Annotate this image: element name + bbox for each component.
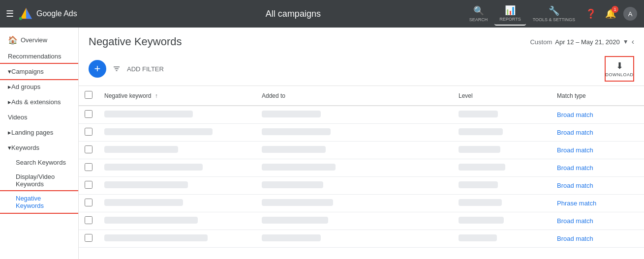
add-button[interactable]: +: [89, 60, 106, 78]
sidebar-item-landing-pages[interactable]: ▸ Landing pages: [0, 125, 78, 140]
row-keyword-cell: [98, 195, 256, 212]
sidebar-item-keywords[interactable]: ▾ Keywords: [0, 140, 78, 155]
sidebar-adgroups-label: Ad groups: [11, 83, 40, 90]
row-level-cell: [453, 177, 551, 195]
search-nav-button[interactable]: 🔍 SEARCH: [464, 2, 493, 25]
keyword-value-0: [104, 111, 193, 117]
keyword-value-6: [104, 217, 198, 224]
row-level-cell: [453, 142, 551, 159]
page-title: Negative Keywords: [89, 35, 182, 48]
table-row: Broad match: [79, 177, 644, 195]
table-row: Broad match: [79, 212, 644, 230]
match-type-value-2: Broad match: [557, 146, 593, 154]
reports-nav-icon: 📊: [505, 5, 516, 16]
sidebar-item-videos[interactable]: Videos: [0, 110, 78, 125]
help-button[interactable]: ❓: [582, 5, 600, 23]
ads-expand-icon: ▸: [8, 98, 11, 106]
sidebar-item-campaigns[interactable]: ▾ Campaigns: [0, 64, 78, 79]
filter-icon[interactable]: [112, 64, 121, 73]
row-match-type-cell: Phrase match: [551, 195, 644, 212]
add-filter-label[interactable]: ADD FILTER: [127, 65, 164, 73]
sidebar-item-search-keywords[interactable]: Search Keywords: [0, 155, 78, 170]
table-row: Broad match: [79, 106, 644, 124]
download-icon: ⬇: [616, 60, 623, 71]
google-ads-logo-icon: [19, 6, 33, 21]
row-keyword-cell: [98, 124, 256, 142]
row-checkbox-cell: [79, 142, 98, 159]
tools-settings-nav-button[interactable]: 🔧 TOOLS & SETTINGS: [528, 2, 580, 25]
row-checkbox-3[interactable]: [85, 163, 92, 171]
download-button[interactable]: ⬇ DOWNLOAD: [605, 56, 634, 82]
sidebar-item-display-video-keywords[interactable]: Display/Video Keywords: [0, 170, 78, 191]
table-container: Negative keyword ↑ Added to Level Match …: [79, 86, 644, 259]
row-added-cell: [256, 212, 453, 230]
notifications-button[interactable]: 🔔 1: [602, 5, 619, 23]
sidebar-item-ads-extensions[interactable]: ▸ Ads & extensions: [0, 94, 78, 110]
row-checkbox-cell: [79, 177, 98, 195]
added-col-label: Added to: [262, 92, 285, 99]
row-level-cell: [453, 159, 551, 177]
added-value-2: [262, 146, 326, 153]
keyword-value-3: [104, 164, 203, 171]
header-level-col: Level: [453, 86, 551, 106]
row-level-cell: [453, 195, 551, 212]
keyword-value-7: [104, 234, 208, 241]
match-type-value-4: Broad match: [557, 182, 593, 189]
header-added-col: Added to: [256, 86, 453, 106]
sidebar-item-negative-keywords[interactable]: Negative Keywords: [0, 191, 78, 213]
notification-badge: 1: [612, 6, 618, 13]
row-checkbox-1[interactable]: [85, 128, 92, 136]
row-match-type-cell: Broad match: [551, 177, 644, 195]
added-value-5: [262, 199, 333, 206]
sidebar-item-recommendations[interactable]: Recommendations: [0, 49, 78, 64]
keywords-expand-icon: ▾: [8, 144, 11, 151]
level-value-7: [459, 234, 497, 241]
search-nav-label: SEARCH: [469, 17, 488, 22]
row-keyword-cell: [98, 177, 256, 195]
sidebar-recommendations-label: Recommendations: [8, 53, 61, 60]
date-range-label: Custom: [530, 38, 552, 46]
level-col-label: Level: [459, 92, 473, 99]
content-area: Negative Keywords Custom Apr 12 – May 21…: [79, 28, 644, 259]
table-row: Broad match: [79, 124, 644, 142]
sidebar-overview-label: Overview: [21, 36, 47, 44]
row-checkbox-5[interactable]: [85, 199, 92, 206]
header-keyword-col: Negative keyword ↑: [98, 86, 256, 106]
adgroups-expand-icon: ▸: [8, 83, 11, 90]
row-level-cell: [453, 230, 551, 248]
page-header: Negative Keywords Custom Apr 12 – May 21…: [79, 28, 644, 52]
negative-keywords-table: Negative keyword ↑ Added to Level Match …: [79, 86, 644, 248]
date-range-selector[interactable]: Custom Apr 12 – May 21, 2020 ▼ ‹: [530, 37, 634, 46]
match-type-value-5: Phrase match: [557, 200, 596, 207]
sidebar-item-ad-groups[interactable]: ▸ Ad groups: [0, 79, 78, 94]
sidebar-landing-label: Landing pages: [11, 129, 53, 136]
row-checkbox-6[interactable]: [85, 216, 92, 224]
date-back-icon[interactable]: ‹: [632, 37, 634, 46]
row-match-type-cell: Broad match: [551, 159, 644, 177]
sidebar-item-overview[interactable]: 🏠 Overview: [0, 31, 78, 49]
added-value-3: [262, 164, 336, 171]
row-keyword-cell: [98, 230, 256, 248]
keyword-sort-icon[interactable]: ↑: [155, 92, 158, 99]
row-checkbox-7[interactable]: [85, 234, 92, 242]
level-value-6: [459, 217, 504, 224]
row-keyword-cell: [98, 159, 256, 177]
header-match-col: Match type: [551, 86, 644, 106]
top-nav-right: 🔍 SEARCH 📊 REPORTS 🔧 TOOLS & SETTINGS ❓ …: [464, 2, 644, 26]
sidebar-display-keywords-label: Display/Video Keywords: [16, 173, 55, 188]
row-match-type-cell: Broad match: [551, 124, 644, 142]
sidebar-search-keywords-label: Search Keywords: [16, 159, 66, 166]
hamburger-icon[interactable]: ☰: [6, 8, 14, 19]
table-row: Broad match: [79, 230, 644, 248]
select-all-checkbox[interactable]: [85, 91, 92, 99]
account-icon-button[interactable]: A: [621, 5, 639, 23]
match-type-value-3: Broad match: [557, 164, 593, 172]
sidebar: 🏠 Overview Recommendations ▾ Campaigns ▸…: [0, 28, 79, 259]
row-checkbox-2[interactable]: [85, 145, 92, 153]
row-checkbox-4[interactable]: [85, 181, 92, 189]
campaigns-expand-icon: ▾: [8, 68, 11, 75]
row-checkbox-cell: [79, 195, 98, 212]
row-checkbox-0[interactable]: [85, 110, 92, 118]
reports-nav-button[interactable]: 📊 REPORTS: [494, 2, 525, 26]
sidebar-ads-label: Ads & extensions: [11, 98, 61, 106]
